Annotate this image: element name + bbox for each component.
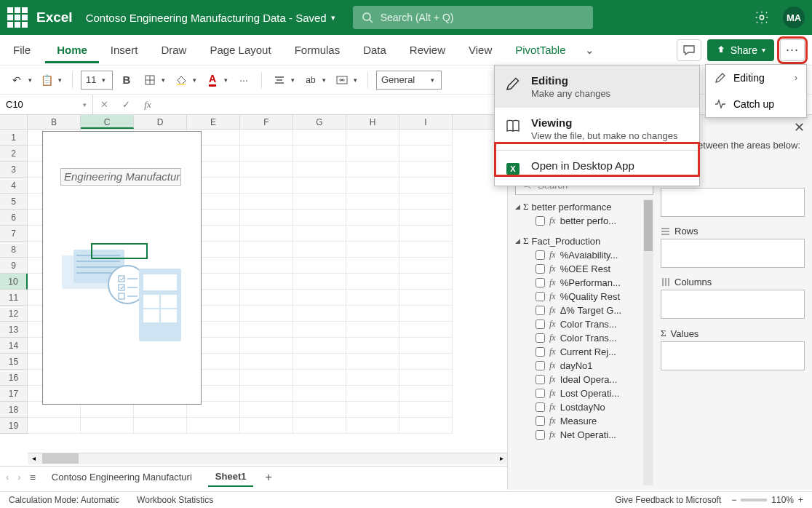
cell[interactable] — [399, 146, 453, 162]
field-checkbox[interactable] — [536, 375, 545, 384]
field-item[interactable]: fxbetter perfo... — [515, 214, 643, 228]
share-button[interactable]: Share ▾ — [707, 39, 774, 61]
tab-review[interactable]: Review — [398, 36, 457, 63]
field-checkbox[interactable] — [536, 333, 545, 343]
cell[interactable] — [187, 418, 240, 434]
more-options-button[interactable]: ··· — [780, 39, 805, 61]
cell[interactable] — [399, 162, 453, 178]
cell[interactable] — [399, 242, 453, 258]
cell[interactable] — [346, 354, 399, 370]
cell[interactable] — [399, 402, 453, 418]
cell[interactable] — [399, 354, 453, 370]
next-sheet-icon[interactable]: › — [17, 472, 20, 483]
mode-open-desktop-item[interactable]: X Open in Desktop App — [495, 151, 699, 186]
cell[interactable] — [346, 386, 399, 402]
cell[interactable] — [240, 178, 293, 194]
col-header[interactable]: H — [346, 115, 399, 129]
cell[interactable] — [346, 210, 399, 226]
row-header[interactable]: 15 — [0, 354, 28, 370]
values-dropzone[interactable] — [661, 341, 805, 370]
field-group[interactable]: ◢ΣFact_Production — [515, 234, 643, 248]
document-title[interactable]: Contoso Engineering Manufacturing Data -… — [86, 12, 335, 24]
field-checkbox[interactable] — [536, 430, 545, 440]
cell[interactable] — [240, 386, 293, 402]
tab-page-layout[interactable]: Page Layout — [198, 36, 282, 63]
pivottable-placeholder[interactable]: Engineering Manufacturi — [42, 131, 202, 405]
row-header[interactable]: 18 — [0, 402, 28, 418]
cell[interactable] — [399, 226, 453, 242]
field-checkbox[interactable] — [536, 347, 545, 357]
rows-dropzone[interactable] — [661, 239, 805, 268]
feedback-link[interactable]: Give Feedback to Microsoft — [615, 495, 721, 505]
cell[interactable] — [346, 178, 399, 194]
field-item[interactable]: fxColor Trans... — [515, 331, 643, 345]
cell[interactable] — [293, 226, 346, 242]
field-item[interactable]: fx%Quality Rest — [515, 290, 643, 303]
row-header[interactable]: 3 — [0, 162, 28, 178]
cell[interactable] — [293, 354, 346, 370]
cell[interactable] — [240, 242, 293, 258]
font-color-button[interactable]: A▾ — [203, 71, 230, 90]
cell[interactable] — [399, 258, 453, 274]
cell[interactable] — [293, 210, 346, 226]
row-header[interactable]: 13 — [0, 322, 28, 338]
cell[interactable] — [293, 146, 346, 162]
field-checkbox[interactable] — [536, 389, 545, 398]
columns-dropzone[interactable] — [661, 290, 805, 319]
cell[interactable] — [346, 338, 399, 354]
app-launcher-icon[interactable] — [7, 7, 28, 28]
align-center-button[interactable]: ▾ — [270, 71, 297, 90]
col-header[interactable]: G — [293, 115, 346, 129]
cell[interactable] — [293, 258, 346, 274]
prev-sheet-icon[interactable]: ‹ — [6, 472, 9, 483]
cell[interactable] — [293, 130, 346, 146]
tab-overflow-chevron[interactable]: ⌄ — [578, 38, 602, 63]
cell[interactable] — [293, 274, 346, 290]
cell[interactable] — [399, 418, 453, 434]
cell[interactable] — [346, 162, 399, 178]
undo-button[interactable]: ↶▾ — [7, 71, 34, 90]
field-item[interactable]: fxNet Operati... — [515, 428, 643, 442]
cell[interactable] — [240, 146, 293, 162]
cell[interactable] — [346, 370, 399, 386]
horizontal-scrollbar[interactable]: ◂▸ — [28, 453, 507, 464]
cell[interactable] — [399, 386, 453, 402]
cell[interactable] — [240, 258, 293, 274]
cell[interactable] — [293, 162, 346, 178]
cell[interactable] — [240, 162, 293, 178]
row-header[interactable]: 10 — [0, 274, 28, 290]
cell[interactable] — [240, 418, 293, 434]
tab-pivottable[interactable]: PivotTable — [503, 36, 577, 63]
clipboard-button[interactable]: 📋▾ — [37, 71, 64, 90]
account-avatar[interactable]: MA — [783, 7, 805, 28]
field-item[interactable]: fx%Avaiability... — [515, 248, 643, 262]
field-item[interactable]: fxΔ% Target G... — [515, 303, 643, 317]
cell[interactable] — [240, 370, 293, 386]
col-header[interactable]: F — [240, 115, 293, 129]
field-checkbox[interactable] — [536, 278, 545, 287]
cell[interactable] — [399, 178, 453, 194]
field-item[interactable]: fxColor Trans... — [515, 317, 643, 331]
field-group[interactable]: ◢Σbetter performance — [515, 199, 643, 214]
zoom-in-icon[interactable]: + — [798, 495, 803, 505]
cell[interactable] — [346, 130, 399, 146]
fields-list[interactable]: ◢Σbetter performancefxbetter perfo...◢ΣF… — [515, 199, 643, 485]
cell[interactable] — [346, 322, 399, 338]
cell[interactable] — [293, 242, 346, 258]
cell[interactable] — [399, 290, 453, 306]
cell[interactable] — [240, 226, 293, 242]
col-header[interactable]: E — [187, 115, 240, 129]
cell[interactable] — [293, 322, 346, 338]
row-header[interactable]: 7 — [0, 226, 28, 242]
field-checkbox[interactable] — [536, 250, 545, 260]
wrap-text-button[interactable]: ab▾ — [301, 71, 328, 90]
merge-button[interactable]: ▾ — [333, 71, 359, 90]
field-checkbox[interactable] — [536, 216, 545, 226]
cell[interactable] — [399, 210, 453, 226]
enter-formula-button[interactable]: ✓ — [115, 95, 137, 114]
field-checkbox[interactable] — [536, 292, 545, 301]
close-pane-button[interactable]: ✕ — [794, 119, 805, 135]
cell[interactable] — [346, 418, 399, 434]
cell[interactable] — [346, 258, 399, 274]
name-box[interactable]: C10▾ — [0, 95, 93, 114]
